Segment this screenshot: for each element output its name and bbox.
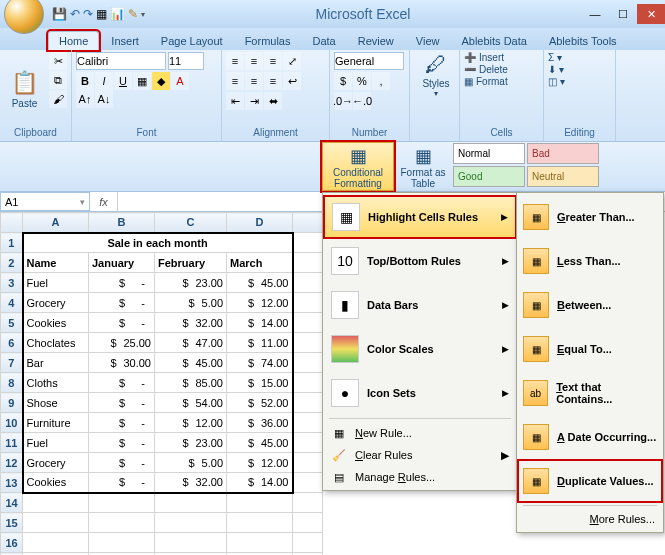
comma-button[interactable]: , [372, 72, 390, 90]
menu-equal-to[interactable]: ▦Equal To... [517, 327, 663, 371]
menu-new-rule[interactable]: ▦New Rule... [323, 422, 517, 444]
data-cell[interactable]: Grocery [23, 293, 89, 313]
data-cell[interactable]: $ 5.00 [155, 293, 227, 313]
decrease-indent-button[interactable]: ⇤ [226, 92, 244, 110]
increase-font-button[interactable]: A↑ [76, 90, 94, 108]
data-cell[interactable]: February [155, 253, 227, 273]
menu-duplicate-values[interactable]: ▦Duplicate Values... [517, 459, 663, 503]
data-cell[interactable] [227, 533, 293, 553]
data-cell[interactable]: $ 14.00 [227, 473, 293, 493]
menu-date-occurring[interactable]: ▦A Date Occurring... [517, 415, 663, 459]
data-cell[interactable]: Fuel [23, 433, 89, 453]
align-left-button[interactable]: ≡ [226, 72, 244, 90]
merge-button[interactable]: ⬌ [264, 92, 282, 110]
cell-style-neutral[interactable]: Neutral [527, 166, 599, 187]
tab-ablebits-tools[interactable]: Ablebits Tools [539, 32, 627, 50]
menu-data-bars[interactable]: ▮ Data Bars▶ [323, 283, 517, 327]
data-cell[interactable]: $ - [89, 473, 155, 493]
data-cell[interactable]: $ - [89, 433, 155, 453]
data-cell[interactable]: January [89, 253, 155, 273]
row-header[interactable]: 15 [1, 513, 23, 533]
data-cell[interactable]: $ 5.00 [155, 453, 227, 473]
row-header[interactable]: 12 [1, 453, 23, 473]
clear-button[interactable]: ◫ ▾ [548, 76, 611, 87]
tab-ablebits-data[interactable]: Ablebits Data [451, 32, 536, 50]
bold-button[interactable]: B [76, 72, 94, 90]
row-header[interactable]: 3 [1, 273, 23, 293]
minimize-button[interactable]: — [581, 4, 609, 24]
data-cell[interactable]: $ 45.00 [227, 433, 293, 453]
data-cell[interactable]: $ 23.00 [155, 273, 227, 293]
row-header[interactable]: 4 [1, 293, 23, 313]
data-cell[interactable]: $ 52.00 [227, 393, 293, 413]
data-cell[interactable]: March [227, 253, 293, 273]
menu-text-contains[interactable]: abText that Contains... [517, 371, 663, 415]
align-middle-button[interactable]: ≡ [245, 52, 263, 70]
align-center-button[interactable]: ≡ [245, 72, 263, 90]
data-cell[interactable]: $ - [89, 313, 155, 333]
data-cell[interactable] [23, 533, 89, 553]
data-cell[interactable] [227, 513, 293, 533]
data-cell[interactable]: $ 85.00 [155, 373, 227, 393]
decrease-font-button[interactable]: A↓ [95, 90, 113, 108]
row-header[interactable]: 2 [1, 253, 23, 273]
col-header[interactable]: B [89, 213, 155, 233]
menu-top-bottom-rules[interactable]: 10 Top/Bottom Rules▶ [323, 239, 517, 283]
font-name-input[interactable] [76, 52, 166, 70]
col-header[interactable] [293, 213, 323, 233]
data-cell[interactable] [293, 533, 323, 553]
row-header[interactable]: 7 [1, 353, 23, 373]
data-cell[interactable] [89, 493, 155, 513]
name-box[interactable]: A1▾ [0, 192, 90, 211]
qat-icon[interactable]: ✎ [128, 7, 138, 21]
qat-icon[interactable]: 📊 [110, 7, 125, 21]
menu-clear-rules[interactable]: 🧹Clear Rules▶ [323, 444, 517, 466]
data-cell[interactable] [89, 533, 155, 553]
data-cell[interactable] [293, 513, 323, 533]
data-cell[interactable]: $ 12.00 [155, 413, 227, 433]
data-cell[interactable]: Furniture [23, 413, 89, 433]
decrease-decimal-button[interactable]: ←.0 [353, 92, 371, 110]
paste-button[interactable]: 📋 Paste [4, 52, 45, 127]
data-cell[interactable]: $ 23.00 [155, 433, 227, 453]
styles-button[interactable]: 🖊 Styles ▾ [414, 52, 458, 98]
menu-manage-rules[interactable]: ▤Manage Rules... [323, 466, 517, 488]
undo-icon[interactable]: ↶ [70, 7, 80, 21]
data-cell[interactable]: Name [23, 253, 89, 273]
fill-button[interactable]: ⬇ ▾ [548, 64, 611, 75]
data-cell[interactable]: Choclates [23, 333, 89, 353]
data-cell[interactable]: $ - [89, 453, 155, 473]
increase-indent-button[interactable]: ⇥ [245, 92, 263, 110]
format-cells-button[interactable]: ▦Format [464, 76, 539, 87]
row-header[interactable]: 13 [1, 473, 23, 493]
data-cell[interactable]: $ 32.00 [155, 313, 227, 333]
row-header[interactable]: 1 [1, 233, 23, 253]
data-cell[interactable]: $ - [89, 413, 155, 433]
row-header[interactable]: 5 [1, 313, 23, 333]
insert-cells-button[interactable]: ➕Insert [464, 52, 539, 63]
row-header[interactable]: 6 [1, 333, 23, 353]
underline-button[interactable]: U [114, 72, 132, 90]
border-button[interactable]: ▦ [133, 72, 151, 90]
data-cell[interactable]: Fuel [23, 273, 89, 293]
data-cell[interactable]: $ 74.00 [227, 353, 293, 373]
data-cell[interactable]: Sale in each month [23, 233, 293, 253]
delete-cells-button[interactable]: ➖Delete [464, 64, 539, 75]
data-cell[interactable] [89, 513, 155, 533]
data-cell[interactable]: $ - [89, 293, 155, 313]
row-header[interactable]: 11 [1, 433, 23, 453]
data-cell[interactable]: $ 11.00 [227, 333, 293, 353]
tab-view[interactable]: View [406, 32, 450, 50]
data-cell[interactable] [227, 493, 293, 513]
tab-page-layout[interactable]: Page Layout [151, 32, 233, 50]
data-cell[interactable]: Cookies [23, 473, 89, 493]
col-header[interactable]: A [23, 213, 89, 233]
data-cell[interactable]: $ 45.00 [155, 353, 227, 373]
font-size-input[interactable] [168, 52, 204, 70]
select-all-corner[interactable] [1, 213, 23, 233]
menu-color-scales[interactable]: Color Scales▶ [323, 327, 517, 371]
row-header[interactable]: 9 [1, 393, 23, 413]
data-cell[interactable]: $ 54.00 [155, 393, 227, 413]
menu-greater-than[interactable]: ▦Greater Than... [517, 195, 663, 239]
align-top-button[interactable]: ≡ [226, 52, 244, 70]
